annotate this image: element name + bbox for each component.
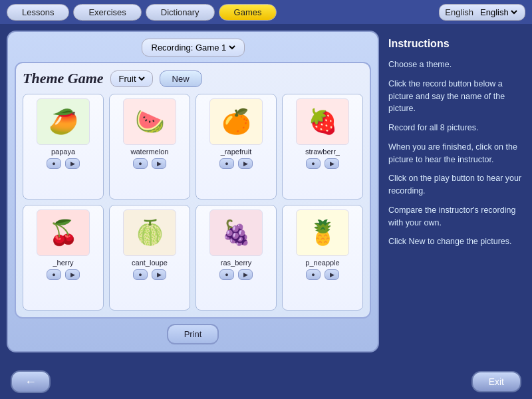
- fruit-cell-grapefruit[interactable]: 🍊_rapefruit●▶: [196, 94, 277, 200]
- game-dropdown[interactable]: Recording: Game 1: [149, 42, 237, 53]
- fruit-image-cherry: 🍒: [37, 209, 90, 256]
- instruction-step-3: When you are finished, click on the pict…: [388, 141, 523, 166]
- fruit-controls-papaya: ●▶: [47, 158, 80, 169]
- game-selector: Recording: Game 1: [142, 39, 245, 57]
- fruit-controls-strawberry: ●▶: [306, 158, 339, 169]
- left-panel: Recording: Game 1 Theme Game Fruit New 🥭…: [7, 31, 379, 352]
- fruit-grid: 🥭papaya●▶🍉watermelon●▶🍊_rapefruit●▶🍓stra…: [23, 94, 363, 311]
- record-button-strawberry[interactable]: ●: [306, 158, 321, 169]
- record-button-grapefruit[interactable]: ●: [219, 158, 234, 169]
- play-button-raspberry[interactable]: ▶: [238, 269, 253, 280]
- theme-dropdown[interactable]: Fruit: [116, 73, 147, 84]
- fruit-controls-raspberry: ●▶: [219, 269, 253, 280]
- instruction-step-0: Choose a theme.: [388, 59, 523, 71]
- fruit-cell-raspberry[interactable]: 🍇ras_berry●▶: [196, 205, 277, 311]
- language-selector[interactable]: English English: [439, 4, 525, 21]
- record-button-papaya[interactable]: ●: [47, 158, 61, 169]
- fruit-name-papaya: papaya: [51, 148, 75, 156]
- tab-dictionary[interactable]: Dictionary: [146, 4, 215, 21]
- fruit-controls-pineapple: ●▶: [306, 269, 339, 280]
- instruction-step-2: Record for all 8 pictures.: [388, 122, 523, 134]
- fruit-controls-grapefruit: ●▶: [219, 158, 253, 169]
- play-button-strawberry[interactable]: ▶: [325, 158, 339, 169]
- play-button-cantaloupe[interactable]: ▶: [152, 269, 166, 280]
- play-button-watermelon[interactable]: ▶: [152, 158, 166, 169]
- fruit-image-watermelon: 🍉: [123, 98, 176, 145]
- instruction-step-5: Compare the instructor's recording with …: [388, 204, 523, 229]
- back-icon: ←: [25, 375, 37, 389]
- record-button-cantaloupe[interactable]: ●: [133, 269, 148, 280]
- exit-button[interactable]: Exit: [471, 371, 521, 392]
- instruction-step-4: Click on the play button to hear your re…: [388, 172, 523, 198]
- fruit-image-strawberry: 🍓: [296, 98, 349, 145]
- fruit-cell-pineapple[interactable]: 🍍p_neapple●▶: [282, 205, 363, 311]
- fruit-image-raspberry: 🍇: [209, 209, 263, 256]
- play-button-pineapple[interactable]: ▶: [325, 269, 339, 280]
- record-button-pineapple[interactable]: ●: [306, 269, 321, 280]
- back-button[interactable]: ←: [11, 370, 51, 393]
- fruit-name-strawberry: strawberr_: [305, 148, 340, 156]
- print-button[interactable]: Print: [167, 324, 219, 344]
- fruit-cell-watermelon[interactable]: 🍉watermelon●▶: [109, 94, 190, 200]
- main-content: Recording: Game 1 Theme Game Fruit New 🥭…: [0, 24, 532, 359]
- fruit-cell-cantaloupe[interactable]: 🍈cant_loupe●▶: [109, 205, 190, 311]
- record-button-cherry[interactable]: ●: [47, 269, 61, 280]
- game-panel: Theme Game Fruit New 🥭papaya●▶🍉watermelo…: [15, 62, 371, 319]
- fruit-cell-strawberry[interactable]: 🍓strawberr_●▶: [282, 94, 363, 200]
- play-button-cherry[interactable]: ▶: [65, 269, 80, 280]
- fruit-cell-cherry[interactable]: 🍒_herry●▶: [23, 205, 104, 311]
- fruit-name-watermelon: watermelon: [131, 148, 169, 156]
- fruit-name-grapefruit: _rapefruit: [221, 148, 251, 156]
- tab-games[interactable]: Games: [219, 4, 277, 21]
- game-select-box[interactable]: Recording: Game 1: [142, 39, 245, 57]
- play-button-grapefruit[interactable]: ▶: [238, 158, 253, 169]
- record-button-raspberry[interactable]: ●: [219, 269, 234, 280]
- fruit-controls-cantaloupe: ●▶: [133, 269, 166, 280]
- navbar: Lessons Exercises Dictionary Games Engli…: [0, 0, 532, 24]
- language-dropdown[interactable]: English: [477, 7, 519, 18]
- theme-game-title: Theme Game: [23, 70, 104, 87]
- fruit-image-cantaloupe: 🍈: [123, 209, 176, 256]
- tab-exercises[interactable]: Exercises: [73, 4, 141, 21]
- instruction-step-1: Click the record button below a picture …: [388, 78, 523, 115]
- fruit-name-raspberry: ras_berry: [221, 259, 251, 267]
- fruit-name-cherry: _herry: [53, 259, 73, 267]
- fruit-name-cantaloupe: cant_loupe: [132, 259, 168, 267]
- fruit-image-grapefruit: 🍊: [209, 98, 263, 145]
- fruit-name-pineapple: p_neapple: [305, 259, 339, 267]
- bottom-bar: ← Exit: [0, 364, 532, 399]
- theme-selector[interactable]: Fruit: [110, 70, 153, 87]
- right-panel: Instructions Choose a theme.Click the re…: [386, 31, 525, 352]
- instructions-title: Instructions: [388, 36, 523, 52]
- tab-lessons[interactable]: Lessons: [7, 4, 69, 21]
- record-button-watermelon[interactable]: ●: [133, 158, 148, 169]
- instructions-text: Choose a theme.Click the record button b…: [388, 59, 523, 248]
- fruit-controls-watermelon: ●▶: [133, 158, 166, 169]
- play-button-papaya[interactable]: ▶: [65, 158, 80, 169]
- game-header: Theme Game Fruit New: [23, 70, 363, 87]
- instruction-step-6: Click New to change the pictures.: [388, 235, 523, 248]
- fruit-controls-cherry: ●▶: [47, 269, 80, 280]
- fruit-image-pineapple: 🍍: [296, 209, 349, 256]
- fruit-image-papaya: 🥭: [37, 98, 90, 145]
- new-button[interactable]: New: [160, 70, 202, 87]
- language-label: English: [445, 7, 473, 17]
- fruit-cell-papaya[interactable]: 🥭papaya●▶: [23, 94, 104, 200]
